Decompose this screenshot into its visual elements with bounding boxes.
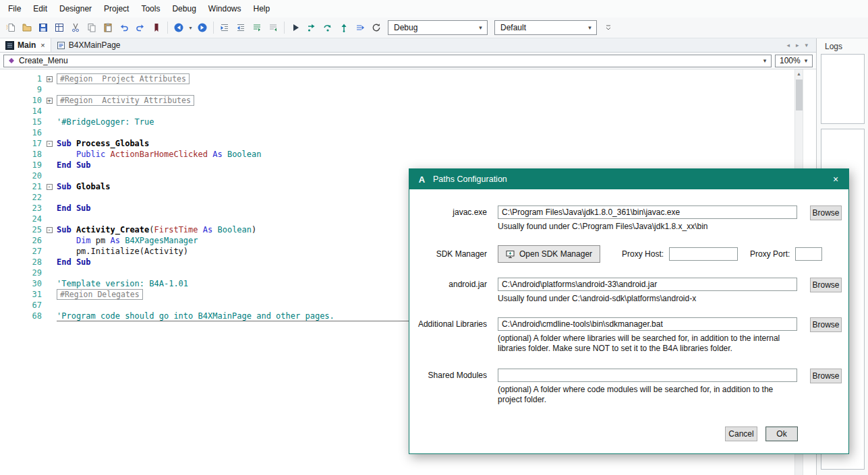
fold-gutter [42,278,57,289]
scroll-up-icon[interactable]: ▲ [795,69,803,78]
profile-value: Default [500,23,585,32]
save-button[interactable] [35,20,51,36]
menu-bar: FileEditDesignerProjectToolsDebugWindows… [0,0,868,18]
logs-output-area[interactable] [821,54,865,124]
line-number: 17 [0,138,42,149]
step-over-button[interactable] [320,20,336,36]
ok-button[interactable]: Ok [765,426,798,441]
scrollbar-thumb[interactable] [796,80,803,110]
line-number: 68 [0,311,42,321]
zoom-select[interactable]: 100% ▾ [775,55,813,67]
tab-scroll-left-icon[interactable]: ◂ [786,42,790,49]
shared-modules-path-input[interactable] [498,369,797,382]
page-module-icon [57,41,65,50]
menu-item-windows[interactable]: Windows [202,1,248,17]
line-number: 16 [0,127,42,138]
code-text: #Region Project Attributes [57,73,792,84]
javac-path-input[interactable] [498,205,797,219]
cancel-button[interactable]: Cancel [725,426,757,441]
android-jar-browse-button[interactable]: Browse [810,278,842,292]
member-navigator-select[interactable]: Create_Menu ▾ [3,55,772,67]
cut-button[interactable] [67,20,84,36]
profile-select[interactable]: Default ▾ [494,20,597,35]
scissors-icon [70,22,81,33]
line-number: 15 [0,117,42,127]
collapsed-region-box[interactable]: #Region Project Attributes [57,73,190,84]
fold-collapse-icon[interactable]: - [47,227,53,233]
code-token: Dim [76,236,91,245]
dialog-titlebar[interactable]: A Paths Configuration × [409,169,848,189]
run-button[interactable] [287,20,303,36]
navigate-back-button[interactable] [171,20,187,36]
tab-scroll-controls: ◂ ▸ ▾ [786,38,816,52]
comment-button[interactable] [249,20,265,36]
resume-button[interactable] [352,20,368,36]
menu-item-tools[interactable]: Tools [135,1,166,17]
copy-icon [86,22,97,33]
fold-gutter [42,257,57,267]
indent-button[interactable] [216,20,233,36]
fold-gutter [42,289,57,300]
code-token [57,236,76,245]
bookmark-button[interactable] [148,20,165,36]
code-line: 17-Sub Process_Globals [0,138,816,149]
fold-expand-icon[interactable]: + [47,98,53,104]
shared-modules-browse-button[interactable]: Browse [810,369,842,383]
dialog-close-icon[interactable]: × [824,169,847,189]
code-token [57,150,76,159]
fold-gutter [42,235,57,246]
chevron-down-icon: ▾ [760,57,770,64]
paste-button[interactable] [100,20,116,36]
menu-item-designer[interactable]: Designer [53,1,98,17]
code-text: Public ActionBarHomeClicked As Boolean [57,149,792,160]
tab-b4xmainpage[interactable]: B4XMainPage [51,38,126,52]
proxy-port-input[interactable] [795,247,822,261]
code-token: ) [252,225,256,234]
additional-libraries-browse-button[interactable]: Browse [810,317,842,332]
step-into-button[interactable] [303,20,320,36]
javac-row: javac.exe Usually found under C:\Program… [409,205,842,232]
javac-browse-button[interactable]: Browse [810,205,842,220]
additional-libraries-path-input[interactable] [498,317,797,331]
fold-collapse-icon[interactable]: - [47,184,53,190]
menu-item-project[interactable]: Project [98,1,135,17]
toolbar-overflow-button[interactable] [600,20,616,36]
tab-list-icon[interactable]: ▾ [805,42,808,49]
navigate-back-menu-button[interactable]: ▾ [187,20,194,36]
fold-collapse-icon[interactable]: - [47,141,53,147]
back-circle-icon [173,22,184,33]
new-file-button[interactable] [3,20,19,36]
code-text: #Region Activity Attributes [57,95,792,106]
navigate-forward-button[interactable] [194,20,210,36]
outdent-button[interactable] [233,20,249,36]
build-config-select[interactable]: Debug ▾ [388,20,488,35]
open-project-button[interactable] [19,20,35,36]
android-jar-path-input[interactable] [498,278,797,291]
undo-button[interactable] [116,20,132,36]
collapsed-region-box[interactable]: #Region Delegates [57,289,143,300]
tab-scroll-right-icon[interactable]: ▸ [796,42,799,49]
tab-main[interactable]: Main × [0,38,51,52]
close-tab-icon[interactable]: × [40,41,45,49]
code-token: ActionBarHomeClicked [111,150,208,159]
open-sdk-manager-button[interactable]: Open SDK Manager [498,245,600,263]
uncomment-button[interactable] [265,20,281,36]
zoom-value: 100% [780,56,801,65]
proxy-host-label: Proxy Host: [622,249,664,259]
restart-button[interactable] [368,20,384,36]
menu-item-debug[interactable]: Debug [166,1,202,17]
redo-button[interactable] [132,20,148,36]
copy-button[interactable] [84,20,100,36]
modules-button[interactable] [51,20,67,36]
fold-expand-icon[interactable]: + [47,76,53,82]
dialog-body: javac.exe Usually found under C:\Program… [409,189,848,453]
collapsed-region-box[interactable]: #Region Activity Attributes [57,95,194,106]
step-out-button[interactable] [336,20,352,36]
uncomment-icon [268,22,279,33]
menu-item-edit[interactable]: Edit [27,1,53,17]
line-number: 21 [0,181,42,192]
menu-item-help[interactable]: Help [248,1,277,17]
code-line: 14 [0,106,816,117]
menu-item-file[interactable]: File [2,1,27,17]
proxy-host-input[interactable] [669,247,738,261]
